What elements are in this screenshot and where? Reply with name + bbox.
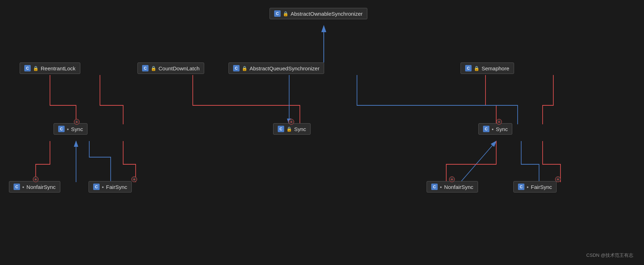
class-icon: C bbox=[483, 126, 489, 132]
expand-circle-fair-rl-top[interactable]: + bbox=[131, 176, 137, 182]
node-label: ReentrantLock bbox=[41, 65, 76, 71]
node-sync-rl: C ● Sync bbox=[54, 123, 87, 135]
diagram-container: C 🔒 AbstractOwnableSynchronizer C 🔒 Reen… bbox=[0, 0, 644, 265]
expand-circle-nonfair-rl-top[interactable]: + bbox=[33, 176, 39, 182]
node-fair-rl: C ● FairSync bbox=[89, 181, 132, 192]
node-label: AbstractQueuedSynchronizer bbox=[250, 65, 320, 71]
class-icon: C bbox=[24, 65, 31, 71]
class-icon: C bbox=[58, 126, 65, 132]
lock-icon: 🔒 bbox=[474, 66, 479, 71]
dot-icon: ● bbox=[527, 185, 529, 189]
class-icon: C bbox=[93, 184, 100, 190]
expand-circle-sync-cdl-top[interactable]: + bbox=[288, 119, 294, 125]
node-label: FairSync bbox=[531, 184, 552, 190]
node-semaphore: C 🔒 Semaphore bbox=[461, 62, 514, 74]
expand-circle-nonfair-sem-top[interactable]: + bbox=[449, 176, 455, 182]
lock-icon: 🔒 bbox=[286, 126, 292, 132]
node-label: Sync bbox=[294, 126, 306, 132]
lock-icon: 🔒 bbox=[283, 11, 288, 16]
dot-icon: ● bbox=[440, 185, 442, 189]
node-nonfair-sem: C ● NonfairSync bbox=[427, 181, 478, 192]
expand-circle-sync-sem-top[interactable]: + bbox=[496, 119, 502, 125]
node-label: CountDownLatch bbox=[159, 65, 200, 71]
class-icon: C bbox=[278, 126, 284, 132]
class-icon: C bbox=[518, 184, 524, 190]
node-label: Sync bbox=[496, 126, 508, 132]
node-label: NonfairSync bbox=[444, 184, 473, 190]
lock-icon: 🔒 bbox=[33, 66, 39, 71]
connections-svg bbox=[0, 0, 644, 265]
node-fair-sem: C ● FairSync bbox=[513, 181, 557, 192]
dot-icon: ● bbox=[22, 185, 24, 189]
expand-circle-sync-rl-top[interactable]: + bbox=[74, 119, 80, 125]
node-countdown-latch: C 🔒 CountDownLatch bbox=[137, 62, 204, 74]
class-icon: C bbox=[465, 65, 472, 71]
node-abstract-queued: C 🔒 AbstractQueuedSynchronizer bbox=[228, 62, 324, 74]
lock-icon: 🔒 bbox=[242, 66, 247, 71]
class-icon: C bbox=[233, 65, 240, 71]
class-icon: C bbox=[14, 184, 20, 190]
node-nonfair-rl: C ● NonfairSync bbox=[9, 181, 60, 192]
dot-icon: ● bbox=[102, 185, 104, 189]
node-label: Semaphore bbox=[482, 65, 509, 71]
class-icon: C bbox=[142, 65, 149, 71]
node-label: Sync bbox=[71, 126, 83, 132]
node-reentrant-lock: C 🔒 ReentrantLock bbox=[20, 62, 80, 74]
class-icon: C bbox=[431, 184, 438, 190]
class-icon: C bbox=[274, 10, 281, 17]
dot-icon: ● bbox=[492, 127, 494, 131]
expand-circle-fair-sem-top[interactable]: + bbox=[555, 176, 561, 182]
node-label: FairSync bbox=[106, 184, 127, 190]
node-sync-cdl: C 🔒 Sync bbox=[273, 123, 311, 135]
dot-icon: ● bbox=[67, 127, 69, 131]
node-label: AbstractOwnableSynchronizer bbox=[291, 11, 363, 17]
lock-icon: 🔒 bbox=[151, 66, 156, 71]
node-label: NonfairSync bbox=[26, 184, 56, 190]
node-abstract-ownable: C 🔒 AbstractOwnableSynchronizer bbox=[270, 8, 367, 19]
svg-line-4 bbox=[461, 141, 496, 182]
watermark: CSDN @技术范王有志 bbox=[586, 252, 633, 259]
node-sync-sem: C ● Sync bbox=[478, 123, 512, 135]
